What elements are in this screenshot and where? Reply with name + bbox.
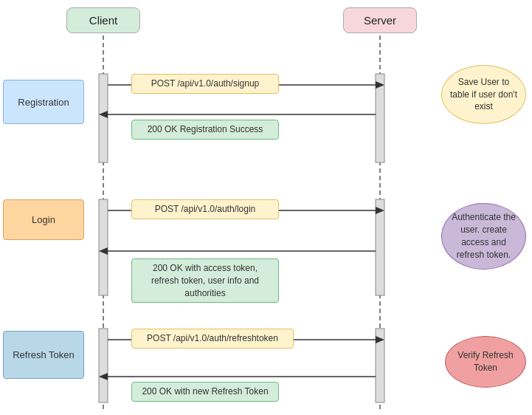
diagram-container: Client Server — [0, 0, 532, 415]
svg-rect-2 — [99, 74, 108, 162]
msg-login-request: POST /api/v1.0/auth/login — [131, 199, 279, 219]
side-label-refresh: Refresh Token — [3, 331, 84, 379]
svg-marker-15 — [99, 247, 108, 255]
msg-signup-response: 200 OK Registration Success — [131, 120, 279, 140]
msg-refresh-response: 200 OK with new Refresh Token — [131, 382, 279, 402]
msg-refresh-request: POST /api/v1.0/auth/refreshtoken — [131, 329, 294, 349]
side-label-login: Login — [3, 199, 84, 240]
server-label: Server — [364, 14, 396, 27]
svg-marker-17 — [376, 336, 384, 343]
svg-rect-7 — [376, 329, 384, 402]
server-note-registration: Save User to table if user don't exist — [441, 65, 526, 124]
side-label-registration: Registration — [3, 80, 84, 124]
svg-marker-9 — [376, 81, 384, 89]
actor-server: Server — [343, 7, 417, 33]
client-label: Client — [89, 14, 117, 27]
svg-rect-4 — [99, 199, 108, 295]
msg-login-response: 200 OK with access token, refresh token,… — [131, 258, 279, 303]
server-note-refresh: Verify Refresh Token — [445, 336, 526, 388]
svg-marker-19 — [99, 373, 108, 380]
svg-rect-3 — [376, 74, 384, 162]
svg-marker-11 — [99, 111, 108, 118]
svg-marker-13 — [376, 207, 384, 214]
svg-rect-6 — [99, 329, 108, 402]
actor-client: Client — [66, 7, 140, 33]
msg-signup-request: POST /api/v1.0/auth/signup — [131, 74, 279, 94]
svg-rect-5 — [376, 199, 384, 295]
server-note-login: Authenticate the user. create access and… — [441, 203, 526, 270]
